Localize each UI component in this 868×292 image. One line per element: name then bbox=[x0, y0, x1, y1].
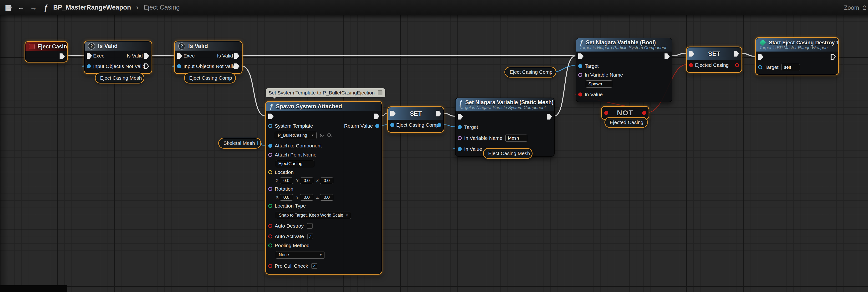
value-out-pin[interactable] bbox=[735, 63, 739, 67]
attach-to-component-pin[interactable] bbox=[268, 144, 272, 148]
wire-exec-setsm-to-setbool bbox=[554, 56, 576, 116]
location-x-field[interactable]: 0.0 bbox=[280, 177, 293, 184]
exec-in-pin[interactable] bbox=[390, 111, 396, 116]
system-template-dropdown[interactable]: P_BulletCasing ▾ bbox=[275, 132, 317, 139]
left-edge-shade bbox=[0, 15, 8, 292]
auto-activate-checkbox[interactable]: ✓ bbox=[307, 234, 313, 239]
value-in-pin[interactable] bbox=[390, 123, 394, 127]
target-pin[interactable] bbox=[458, 125, 462, 129]
is-valid-exec-out-pin[interactable] bbox=[144, 53, 149, 59]
node-set-eject-casing-comp[interactable]: SET Eject Casing Comp bbox=[388, 107, 444, 132]
attach-point-name-pin[interactable] bbox=[268, 153, 272, 157]
value-in-pin[interactable] bbox=[689, 63, 693, 67]
pin-label: Ejected Casing bbox=[695, 62, 728, 68]
forward-button[interactable]: → bbox=[30, 4, 37, 11]
getter-eject-casing-mesh[interactable]: Eject Casing Mesh bbox=[95, 73, 144, 83]
node-set-niagara-bool[interactable]: ƒ Set Niagara Variable (Bool) Target is … bbox=[576, 38, 672, 102]
in-variable-name-field[interactable]: Spawn bbox=[586, 80, 612, 88]
pooling-method-pin[interactable] bbox=[268, 243, 272, 247]
in-value-pin[interactable] bbox=[578, 93, 582, 97]
node-comment-bubble[interactable]: Set System Template to P_BulletCasingEje… bbox=[266, 88, 385, 97]
pin-label: In Variable Name bbox=[585, 72, 623, 78]
auto-activate-pin[interactable] bbox=[268, 234, 272, 239]
system-template-pin[interactable] bbox=[268, 124, 272, 128]
in-variable-name-pin[interactable] bbox=[458, 136, 462, 140]
rotation-z-field[interactable]: 0.0 bbox=[320, 194, 333, 201]
node-is-valid-1[interactable]: ? Is Valid Exec Is Valid Input Object Is… bbox=[84, 41, 152, 74]
node-event-eject-casing[interactable]: Eject Casing bbox=[25, 41, 67, 62]
target-pin[interactable] bbox=[578, 64, 582, 68]
exec-out-pin[interactable] bbox=[734, 51, 739, 57]
getter-eject-casing-comp-2[interactable]: Eject Casing Comp bbox=[505, 67, 556, 77]
rotation-x-field[interactable]: 0.0 bbox=[280, 194, 293, 201]
attach-point-name-field[interactable]: EjectCasing bbox=[276, 160, 314, 167]
location-type-dropdown[interactable]: Snap to Target, Keep World Scale ▾ bbox=[276, 212, 351, 219]
pin-label: Exec bbox=[93, 53, 104, 59]
is-valid-exec-out-pin[interactable] bbox=[234, 53, 240, 59]
in-value-pin[interactable] bbox=[458, 147, 462, 151]
exec-out-pin[interactable] bbox=[374, 114, 379, 119]
use-selected-asset-icon[interactable] bbox=[319, 133, 324, 138]
input-object-pin[interactable] bbox=[87, 64, 91, 68]
breadcrumb-root[interactable]: BP_MasterRangeWeapon bbox=[53, 4, 131, 11]
node-title: SET bbox=[396, 110, 435, 117]
in-variable-name-field[interactable]: Mesh bbox=[505, 135, 527, 142]
location-type-pin[interactable] bbox=[268, 204, 272, 208]
target-field[interactable]: self bbox=[781, 64, 800, 71]
exec-out-pin[interactable] bbox=[664, 53, 670, 59]
node-set-niagara-static-mesh[interactable]: ƒ Set Niagara Variable (Static Mesh) Tar… bbox=[455, 97, 555, 157]
pin-label: Location Type bbox=[275, 203, 306, 209]
comment-text: Set System Template to P_BulletCasingEje… bbox=[269, 90, 375, 96]
location-z-field[interactable]: 0.0 bbox=[320, 177, 333, 184]
window-menu-button[interactable]: ▦ ▾ bbox=[5, 4, 12, 11]
exec-in-pin[interactable] bbox=[689, 51, 694, 57]
exec-in-pin[interactable] bbox=[458, 114, 463, 119]
node-title: Start Eject Casing Destroy Timer bbox=[769, 39, 838, 46]
exec-out-pin[interactable] bbox=[831, 54, 836, 60]
location-pin[interactable] bbox=[268, 170, 272, 174]
node-spawn-system-attached[interactable]: ƒ Spawn System Attached System Template … bbox=[266, 101, 382, 274]
axis-label-z: Z bbox=[316, 195, 319, 200]
getter-skeletal-mesh[interactable]: Skeletal Mesh bbox=[219, 138, 261, 148]
pin-label: Exec bbox=[183, 53, 195, 59]
exec-in-pin[interactable] bbox=[177, 53, 182, 59]
pre-cull-check-pin[interactable] bbox=[268, 264, 272, 268]
node-is-valid-2[interactable]: ? Is Valid Exec Is Valid Input Object Is… bbox=[175, 41, 242, 74]
exec-in-pin[interactable] bbox=[578, 53, 584, 59]
browse-asset-icon[interactable] bbox=[327, 133, 332, 138]
node-start-eject-casing-destroy-timer[interactable]: Start Eject Casing Destroy Timer Target … bbox=[755, 38, 838, 75]
exec-out-pin[interactable] bbox=[547, 114, 552, 119]
in-variable-name-pin[interactable] bbox=[578, 73, 582, 77]
bool-in-pin[interactable] bbox=[604, 111, 608, 115]
bool-out-pin[interactable] bbox=[642, 111, 646, 115]
is-not-valid-exec-out-pin[interactable] bbox=[234, 63, 240, 69]
return-value-pin[interactable] bbox=[375, 124, 379, 128]
exec-in-pin[interactable] bbox=[268, 114, 274, 119]
exec-in-pin[interactable] bbox=[87, 53, 92, 59]
getter-ejected-casing[interactable]: Ejected Casing bbox=[605, 117, 647, 127]
getter-eject-casing-mesh-2[interactable]: Eject Casing Mesh bbox=[484, 148, 532, 158]
getter-eject-casing-comp[interactable]: Eject Casing Comp bbox=[184, 73, 236, 83]
is-not-valid-exec-out-pin[interactable] bbox=[144, 63, 149, 69]
breadcrumb-current[interactable]: Eject Casing bbox=[144, 4, 180, 11]
variable-label: Eject Casing Mesh bbox=[100, 75, 142, 81]
pin-label: System Template bbox=[275, 123, 313, 129]
exec-out-pin[interactable] bbox=[60, 53, 65, 59]
rotation-y-field[interactable]: 0.0 bbox=[300, 194, 313, 201]
location-y-field[interactable]: 0.0 bbox=[300, 177, 313, 184]
pre-cull-checkbox[interactable]: ✓ bbox=[311, 263, 317, 269]
back-button[interactable]: ← bbox=[18, 4, 25, 11]
pooling-method-dropdown[interactable]: None ▾ bbox=[276, 251, 325, 259]
target-pin[interactable] bbox=[758, 65, 762, 69]
input-object-pin[interactable] bbox=[177, 64, 181, 68]
value-out-pin[interactable] bbox=[437, 123, 441, 127]
pin-label: Auto Activate bbox=[275, 234, 304, 239]
node-set-ejected-casing[interactable]: SET Ejected Casing bbox=[686, 47, 742, 72]
auto-destroy-pin[interactable] bbox=[268, 224, 272, 228]
exec-out-pin[interactable] bbox=[436, 111, 441, 116]
exec-in-pin[interactable] bbox=[758, 54, 764, 60]
auto-destroy-checkbox[interactable] bbox=[307, 223, 313, 229]
comment-bubble-pin-icon[interactable] bbox=[378, 90, 382, 95]
graph-canvas[interactable]: Eject Casing ? Is Valid Exec Is Valid In… bbox=[0, 0, 868, 292]
rotation-pin[interactable] bbox=[268, 187, 272, 191]
